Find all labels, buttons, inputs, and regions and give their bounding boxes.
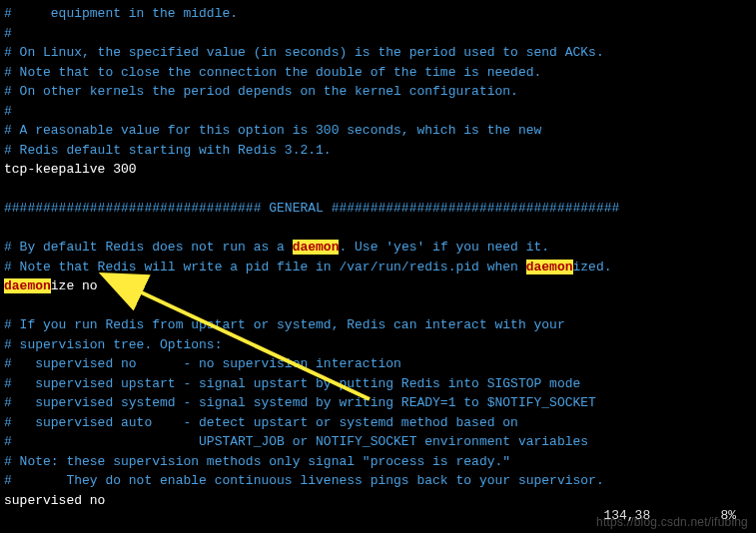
config-line [4, 219, 752, 239]
terminal-content[interactable]: # equipment in the middle.## On Linux, t… [4, 4, 752, 510]
config-line: # supervised upstart - signal upstart by… [4, 374, 752, 394]
config-line: ################################# GENERA… [4, 199, 752, 219]
config-line: # [4, 24, 752, 44]
config-line: # Note that Redis will write a pid file … [4, 258, 752, 277]
config-line: # supervised no - no supervision interac… [4, 354, 752, 374]
config-line: # A reasonable value for this option is … [4, 121, 752, 141]
config-line: # supervised systemd - signal systemd by… [4, 393, 752, 413]
config-line: # On Linux, the specified value (in seco… [4, 43, 752, 63]
config-line: # [4, 102, 752, 122]
config-line: # They do not enable continuous liveness… [4, 471, 752, 491]
config-line: # Note: these supervision methods only s… [4, 452, 752, 472]
config-line [4, 180, 752, 200]
config-line [4, 296, 752, 316]
config-line: daemonize no [4, 276, 752, 296]
watermark: https://blog.csdn.net/ifubing [596, 513, 748, 531]
config-line: tcp-keepalive 300 [4, 160, 752, 180]
config-line: # supervised auto - detect upstart or sy… [4, 413, 752, 433]
config-line: # supervision tree. Options: [4, 335, 752, 355]
config-line: # By default Redis does not run as a dae… [4, 238, 752, 258]
config-line: # On other kernels the period depends on… [4, 82, 752, 102]
config-line: # Note that to close the connection the … [4, 63, 752, 83]
config-line: # If you run Redis from upstart or syste… [4, 315, 752, 335]
config-line: # Redis default starting with Redis 3.2.… [4, 141, 752, 161]
config-line: # UPSTART_JOB or NOTIFY_SOCKET environme… [4, 432, 752, 452]
config-line: # equipment in the middle. [4, 4, 752, 24]
